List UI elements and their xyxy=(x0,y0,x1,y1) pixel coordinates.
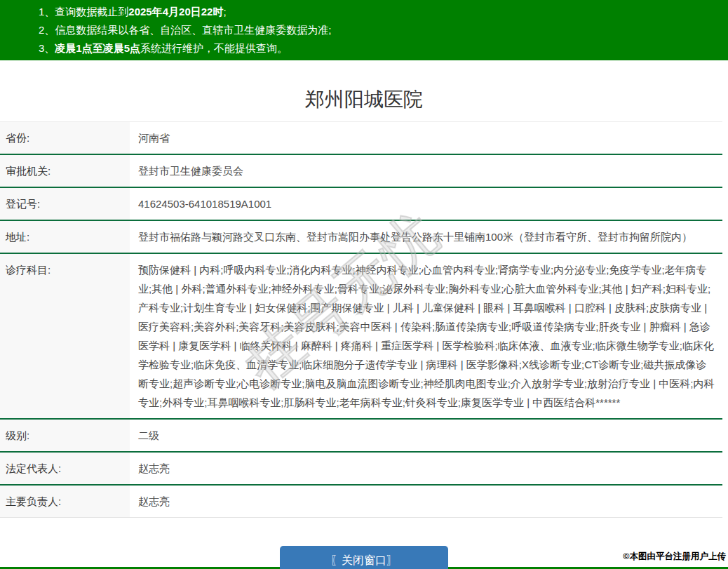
notice-number: 1、 xyxy=(39,6,55,18)
table-row-medical-subjects: 诊疗科目: 预防保健科 | 内科;呼吸内科专业;消化内科专业;神经内科专业;心血… xyxy=(0,254,722,420)
notice-line-2: 2、信息数据结果以各省、自治区、直辖市卫生健康委数据为准; xyxy=(39,21,721,39)
notice-number: 3、 xyxy=(39,42,55,54)
notice-number: 2、 xyxy=(39,24,55,36)
table-row-person-in-charge: 主要负责人: 赵志亮 xyxy=(0,486,722,518)
field-label: 省份: xyxy=(0,122,130,154)
table-row-province: 省份: 河南省 xyxy=(0,122,722,155)
notice-text: 查询数据截止到 xyxy=(55,6,128,18)
field-value: 赵志亮 xyxy=(130,486,722,517)
field-label: 主要负责人: xyxy=(0,486,130,517)
upload-credit-stamp: ©本图由平台注册用户上传 xyxy=(623,551,726,563)
notice-line-3: 3、凌晨1点至凌晨5点系统进行维护，不能提供查询。 xyxy=(39,39,721,58)
field-label: 审批机关: xyxy=(0,155,130,187)
field-label: 地址: xyxy=(0,221,130,253)
table-row-level: 级别: 二级 xyxy=(0,420,722,453)
notice-text-bold: 凌晨1点至凌晨5点 xyxy=(55,42,140,54)
table-row-registration-number: 登记号: 41624503-641018519A1001 xyxy=(0,188,722,221)
close-window-button[interactable]: 〖关闭窗口〗 xyxy=(280,546,448,569)
notice-text: 信息数据结果以各省、自治区、直辖市卫生健康委数据为准; xyxy=(55,24,331,36)
field-label: 登记号: xyxy=(0,188,130,220)
notice-text: ; xyxy=(223,6,226,18)
notice-text-bold: 2025年4月20日22时 xyxy=(128,6,223,18)
notice-header: 1、查询数据截止到2025年4月20日22时; 2、信息数据结果以各省、自治区、… xyxy=(0,0,728,60)
field-value: 预防保健科 | 内科;呼吸内科专业;消化内科专业;神经内科专业;心血管内科专业;… xyxy=(130,254,722,418)
field-value: 登封市卫生健康委员会 xyxy=(130,155,722,187)
table-row-legal-representative: 法定代表人: 赵志亮 xyxy=(0,453,722,486)
page-title: 郑州阳城医院 xyxy=(0,78,728,121)
table-row-approval-authority: 审批机关: 登封市卫生健康委员会 xyxy=(0,155,722,188)
field-label: 法定代表人: xyxy=(0,453,130,484)
field-label: 级别: xyxy=(0,420,130,451)
field-value: 二级 xyxy=(130,420,722,451)
notice-line-1: 1、查询数据截止到2025年4月20日22时; xyxy=(39,3,721,21)
field-value: 41624503-641018519A1001 xyxy=(130,188,722,220)
table-row-address: 地址: 登封市福佑路与颖河路交叉口东南、登封市嵩阳办事处登告公路东十里铺南100… xyxy=(0,221,722,254)
close-button-container: 〖关闭窗口〗 xyxy=(0,546,728,569)
field-label: 诊疗科目: xyxy=(0,254,130,418)
notice-text: 系统进行维护，不能提供查询。 xyxy=(140,42,288,54)
field-value: 登封市福佑路与颖河路交叉口东南、登封市嵩阳办事处登告公路东十里铺南100米（登封… xyxy=(130,221,722,253)
hospital-info-table: 省份: 河南省 审批机关: 登封市卫生健康委员会 登记号: 41624503-6… xyxy=(0,121,722,518)
field-value: 赵志亮 xyxy=(130,453,722,484)
field-value: 河南省 xyxy=(130,122,722,154)
